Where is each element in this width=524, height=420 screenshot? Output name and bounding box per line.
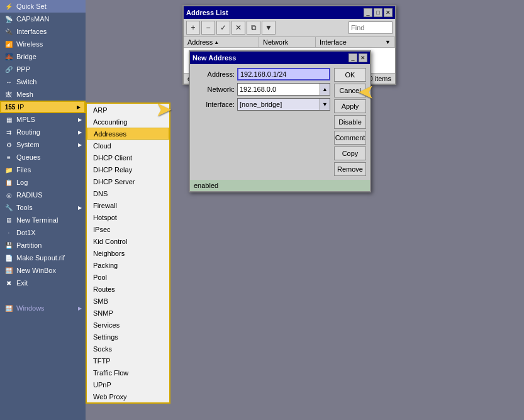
wireless-icon: 📶 [4,40,14,48]
address-field-label: Address: [194,70,235,78]
new-addr-minimize-btn[interactable]: _ [348,53,357,62]
mpls-icon: ▦ [4,115,14,124]
sidebar-item-windows[interactable]: 🪟 Windows [0,302,86,314]
ip-submenu-firewall[interactable]: Firewall [87,199,169,211]
ip-submenu-tftp[interactable]: TFTP [87,355,169,367]
ip-submenu-dhcp-server[interactable]: DHCP Server [87,175,169,187]
sidebar-item-queues[interactable]: ≡ Queues [0,151,86,163]
sidebar-label-exit: Exit [16,279,28,287]
ip-submenu-pool[interactable]: Pool [87,271,169,283]
sidebar-label-queues: Queues [16,153,41,161]
ip-submenu-upnp[interactable]: UPnP [87,379,169,390]
ip-submenu-smb[interactable]: SMB [87,295,169,307]
sidebar-label-bridge: Bridge [16,53,36,60]
files-icon: 📁 [4,165,14,174]
ip-submenu-kid-control[interactable]: Kid Control [87,235,169,247]
sidebar-item-exit[interactable]: ✖ Exit [0,277,86,289]
sidebar-label-log: Log [16,179,28,186]
sidebar-item-mpls[interactable]: ▦ MPLS [0,113,86,126]
network-select-btn[interactable]: ▲ [320,84,330,95]
addr-list-minimize-btn[interactable]: _ [364,8,372,17]
ip-submenu-snmp[interactable]: SNMP [87,307,169,319]
network-select-wrap: 192.168.0.0 ▲ [237,83,330,96]
sidebar-item-partition[interactable]: 💾 Partition [0,239,86,251]
sidebar-label-mpls: MPLS [16,116,35,123]
sidebar-item-capsman[interactable]: 📡 CAPsMAN [0,13,86,25]
capsman-icon: 📡 [4,14,14,23]
sidebar-item-files[interactable]: 📁 Files [0,163,86,176]
ip-submenu-traffic-flow[interactable]: Traffic Flow [87,367,169,379]
addr-list-close-btn[interactable]: ✕ [384,8,393,17]
ip-submenu-addresses[interactable]: Addresses [87,128,169,140]
quick-set-icon: ⚡ [4,2,14,11]
address-field-input[interactable] [237,68,330,80]
sidebar-label-quick-set: Quick Set [16,3,47,10]
copy-button[interactable]: Copy [334,146,366,160]
arrow-ip-hint: ➤ [156,99,170,120]
sidebar-item-quick-set[interactable]: ⚡ Quick Set [0,0,86,13]
ip-submenu-settings[interactable]: Settings [87,331,169,343]
ip-submenu-dhcp-relay[interactable]: DHCP Relay [87,163,169,175]
ip-submenu-cloud[interactable]: Cloud [87,140,169,152]
routing-icon: ⇉ [4,128,14,136]
sidebar-item-interfaces[interactable]: 🔌 Interfaces [0,25,86,38]
disable-button[interactable]: Disable [334,115,366,129]
sidebar-item-switch[interactable]: ↔ Switch [0,75,86,88]
comment-button[interactable]: Comment [334,131,366,145]
sidebar-item-dot1x[interactable]: · Dot1X [0,226,86,239]
sidebar-item-routing[interactable]: ⇉ Routing [0,126,86,138]
new-addr-status-text: enabled [194,182,218,189]
col-interface[interactable]: Interface ▼ [316,37,395,47]
remove-button[interactable]: Remove [334,162,366,176]
new-terminal-icon: 🖥 [4,216,14,224]
interface-field-row: Interface: [none_bridge] ▼ [194,98,330,111]
sidebar-item-new-terminal[interactable]: 🖥 New Terminal [0,214,86,226]
col-network[interactable]: Network [259,37,316,47]
sidebar-item-ppp[interactable]: 🔗 PPP [0,63,86,75]
sidebar-item-make-supout[interactable]: 📄 Make Supout.rif [0,251,86,264]
ip-submenu-packing[interactable]: Packing [87,259,169,271]
ip-submenu-web-proxy[interactable]: Web Proxy [87,390,169,402]
toolbar-x-btn[interactable]: ✕ [231,21,245,35]
sidebar-item-system[interactable]: ⚙ System [0,138,86,151]
sidebar-label-routing: Routing [16,128,40,136]
sidebar-item-new-winbox[interactable]: 🪟 New WinBox [0,264,86,277]
new-addr-close-btn[interactable]: ✕ [359,53,367,62]
interface-select-wrap: [none_bridge] ▼ [237,98,330,111]
dot1x-icon: · [4,228,14,237]
ip-icon: 155 [5,102,15,111]
ip-submenu-hotspot[interactable]: Hotspot [87,211,169,223]
ip-submenu-neighbors[interactable]: Neighbors [87,247,169,259]
network-field-label: Network: [194,86,235,93]
addr-list-maximize-btn[interactable]: □ [374,8,382,17]
toolbar-check-btn[interactable]: ✓ [216,21,230,35]
sidebar-item-ip[interactable]: 155 IP [0,101,86,113]
network-value: 192.168.0.0 [238,86,320,93]
ip-submenu-dhcp-client[interactable]: DHCP Client [87,152,169,163]
addr-list-window-controls: _ □ ✕ [364,8,393,17]
partition-icon: 💾 [4,241,14,250]
toolbar-copy-btn[interactable]: ⧉ [247,21,260,35]
sidebar-item-bridge[interactable]: 🌉 Bridge [0,50,86,63]
sidebar-item-tools[interactable]: 🔧 Tools [0,201,86,214]
ok-button[interactable]: OK [334,68,366,82]
sidebar-item-wireless[interactable]: 📶 Wireless [0,38,86,50]
toolbar-filter-btn[interactable]: ▼ [262,21,276,35]
sidebar-item-mesh[interactable]: 🕸 Mesh [0,88,86,101]
new-addr-titlebar: New Address _ ✕ [190,52,370,64]
toolbar-add-btn[interactable]: + [186,21,200,35]
ip-submenu-services[interactable]: Services [87,319,169,331]
sidebar-item-log[interactable]: 📋 Log [0,176,86,189]
interface-select-btn[interactable]: ▼ [320,99,330,110]
ip-submenu-socks[interactable]: Socks [87,343,169,355]
sidebar-item-radius[interactable]: ◎ RADIUS [0,189,86,201]
toolbar-remove-btn[interactable]: − [201,21,215,35]
col-address[interactable]: Address ▲ [184,37,259,47]
ip-submenu-routes[interactable]: Routes [87,283,169,295]
new-addr-window-controls: _ ✕ [348,53,367,62]
ip-submenu-ipsec[interactable]: IPsec [87,223,169,235]
sidebar-label-partition: Partition [16,241,42,249]
ip-submenu-dns[interactable]: DNS [87,187,169,199]
sidebar-label-files: Files [16,166,31,174]
toolbar-search-input[interactable] [348,21,393,34]
